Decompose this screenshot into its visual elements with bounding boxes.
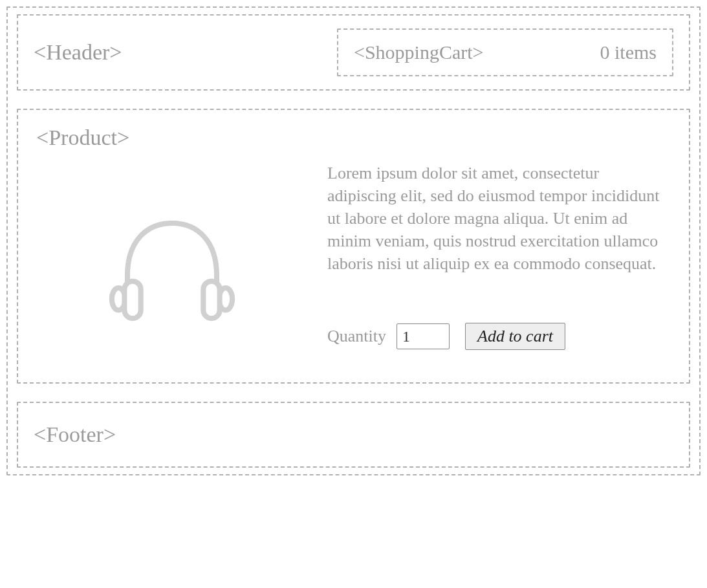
quantity-label: Quantity xyxy=(327,327,386,346)
product-image xyxy=(36,162,308,350)
svg-rect-3 xyxy=(203,281,219,318)
add-to-cart-button[interactable]: Add to cart xyxy=(465,323,565,350)
header: <Header> <ShoppingCart> 0 items xyxy=(17,14,690,91)
product: <Product> Lorem ipsum dolor sit amet, co… xyxy=(17,109,690,384)
header-label: <Header> xyxy=(34,40,122,65)
page-container: <Header> <ShoppingCart> 0 items <Product… xyxy=(6,6,701,475)
product-body: Lorem ipsum dolor sit amet, consectetur … xyxy=(36,162,671,350)
cart-item-count: 0 items xyxy=(600,41,657,63)
product-title: <Product> xyxy=(36,125,671,150)
quantity-stepper[interactable] xyxy=(397,323,450,349)
shopping-cart[interactable]: <ShoppingCart> 0 items xyxy=(337,28,673,76)
cart-label: <ShoppingCart> xyxy=(354,41,484,63)
svg-rect-1 xyxy=(124,281,140,318)
product-actions: Quantity Add to cart xyxy=(327,323,671,350)
product-info: Lorem ipsum dolor sit amet, consectetur … xyxy=(327,162,671,350)
footer-label: <Footer> xyxy=(34,422,673,447)
footer: <Footer> xyxy=(17,402,690,468)
headphones-icon xyxy=(98,193,246,345)
product-description: Lorem ipsum dolor sit amet, consectetur … xyxy=(327,162,671,275)
